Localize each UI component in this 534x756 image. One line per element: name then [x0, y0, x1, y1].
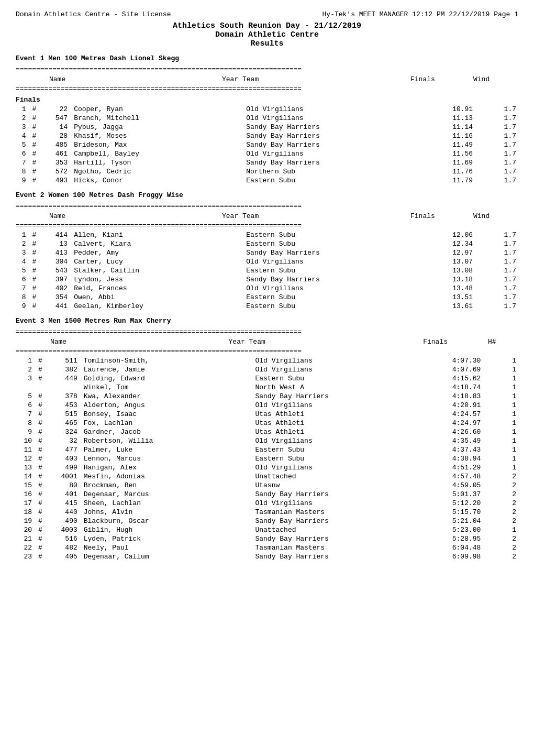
team-name: Eastern Subu [244, 239, 416, 248]
finals-time: 4:07.30 [425, 356, 487, 365]
finals-time: 11.16 [416, 132, 479, 140]
athlete-name: Brockman, Ben [82, 481, 253, 490]
page-container: Domain Athletics Centre - Site License H… [16, 10, 518, 561]
bib: 4003 [47, 525, 82, 534]
wind-value: 1.7 [479, 158, 518, 167]
hash: # [28, 248, 41, 257]
hash: # [34, 552, 47, 561]
athlete-name: Brideson, Max [72, 140, 244, 149]
athlete-name: Ngotho, Cedric [72, 167, 244, 176]
hash: # [28, 176, 41, 185]
bib: 397 [40, 275, 72, 284]
hash: # [28, 275, 41, 284]
finals-time: 13.08 [416, 266, 479, 275]
bib: 461 [40, 149, 72, 158]
team-name: Sandy Bay Harriers [253, 490, 425, 499]
wind-value: 1.7 [479, 176, 518, 185]
table-row: 19 # 490 Blackburn, Oscar Sandy Bay Harr… [16, 517, 518, 525]
finals-time: 4:18.83 [425, 392, 487, 401]
hash: # [34, 392, 47, 401]
bib: 572 [40, 167, 72, 176]
team-name: Utasnw [253, 481, 425, 490]
team-name: Eastern Subu [244, 231, 416, 239]
place: 5 [16, 140, 28, 149]
heat-num: 1 [487, 392, 518, 401]
heat-num: 1 [487, 383, 518, 392]
table-row: 16 # 401 Degenaar, Marcus Sandy Bay Harr… [16, 490, 518, 499]
hash: # [34, 472, 47, 481]
heat-num: 1 [487, 365, 518, 374]
bib: 516 [47, 534, 82, 543]
finals-time: 11.13 [416, 114, 479, 123]
event3-separator-mid: ========================================… [16, 346, 518, 357]
place: 16 [16, 490, 34, 499]
event1-header-row: Name Year Team Finals Wind [16, 75, 518, 84]
finals-time: 4:51.29 [425, 463, 487, 472]
bib [47, 383, 82, 392]
event2-separator-mid: ========================================… [16, 221, 518, 231]
team-name: Northern Sub [244, 167, 416, 176]
finals-time: 4:26.60 [425, 428, 487, 436]
wind-value: 1.7 [479, 132, 518, 140]
event3-table: 1 # 511 Tomlinson-Smith, Old Virgilians … [16, 356, 518, 561]
athlete-name: Carter, Lucy [72, 257, 244, 266]
finals-time: 4:18.74 [425, 383, 487, 392]
hash: # [28, 105, 41, 114]
team-name: Old Virgilians [253, 365, 425, 374]
bib: 449 [47, 374, 82, 383]
place: 5 [16, 392, 34, 401]
heat-num: 1 [487, 445, 518, 454]
table-row: 7 # 515 Bonsey, Isaac Utas Athleti 4:24.… [16, 410, 518, 419]
bib: 477 [47, 445, 82, 454]
athlete-name: Giblin, Hugh [82, 525, 253, 534]
site-license: Domain Athletics Centre - Site License [16, 10, 171, 18]
finals-time: 5:12.20 [425, 499, 487, 508]
athlete-name: Campbell, Bayley [72, 149, 244, 158]
team-name: Old Virgilians [253, 463, 425, 472]
bib: 22 [40, 105, 72, 114]
place: 2 [16, 365, 34, 374]
athlete-name: Bonsey, Isaac [82, 410, 253, 419]
wind-value: 1.7 [479, 167, 518, 176]
table-row: 4 # 304 Carter, Lucy Old Virgilians 13.0… [16, 257, 518, 266]
athlete-name: Hanigan, Alex [82, 463, 253, 472]
team-name: Sandy Bay Harriers [253, 392, 425, 401]
bib: 547 [40, 114, 72, 123]
team-name: Old Virgilians [253, 356, 425, 365]
table-row: 21 # 516 Lyden, Patrick Sandy Bay Harrie… [16, 534, 518, 543]
table-row: 2 # 13 Calvert, Kiara Eastern Subu 12.34… [16, 239, 518, 248]
heat-num: 2 [487, 517, 518, 525]
hash: # [28, 284, 41, 293]
place: 10 [16, 436, 34, 445]
athlete-name: Winkel, Tom [82, 383, 253, 392]
table-row: 13 # 499 Hanigan, Alex Old Virgilians 4:… [16, 463, 518, 472]
bib: 405 [47, 552, 82, 561]
athlete-name: Calvert, Kiara [72, 239, 244, 248]
bib: 543 [40, 266, 72, 275]
place: 9 [16, 302, 28, 311]
team-name: Eastern Subu [244, 176, 416, 185]
bib: 511 [47, 356, 82, 365]
place: 15 [16, 481, 34, 490]
heat-num: 1 [487, 525, 518, 534]
team-name: Sandy Bay Harriers [244, 158, 416, 167]
place: 17 [16, 499, 34, 508]
wind-value: 1.7 [479, 105, 518, 114]
e1-col-finals: Finals [408, 75, 471, 84]
table-row: 8 # 465 Fox, Lachlan Utas Athleti 4:24.9… [16, 419, 518, 428]
finals-time: 5:28.95 [425, 534, 487, 543]
hash: # [28, 167, 41, 176]
finals-time: 12.97 [416, 248, 479, 257]
place: 3 [16, 123, 28, 132]
hash: # [34, 508, 47, 517]
athlete-name: Mesfin, Adonias [82, 472, 253, 481]
team-name: Sandy Bay Harriers [244, 140, 416, 149]
finals-time: 4:07.69 [425, 365, 487, 374]
team-name: Unattached [253, 472, 425, 481]
heat-num: 1 [487, 428, 518, 436]
event3-header-row: Name Year Team Finals H# [16, 337, 518, 346]
event1-section: Finals [16, 96, 518, 104]
e1-col-name: Name [47, 75, 220, 84]
team-name: Eastern Subu [253, 445, 425, 454]
event1-title: Event 1 Men 100 Metres Dash Lionel Skegg [16, 54, 518, 62]
